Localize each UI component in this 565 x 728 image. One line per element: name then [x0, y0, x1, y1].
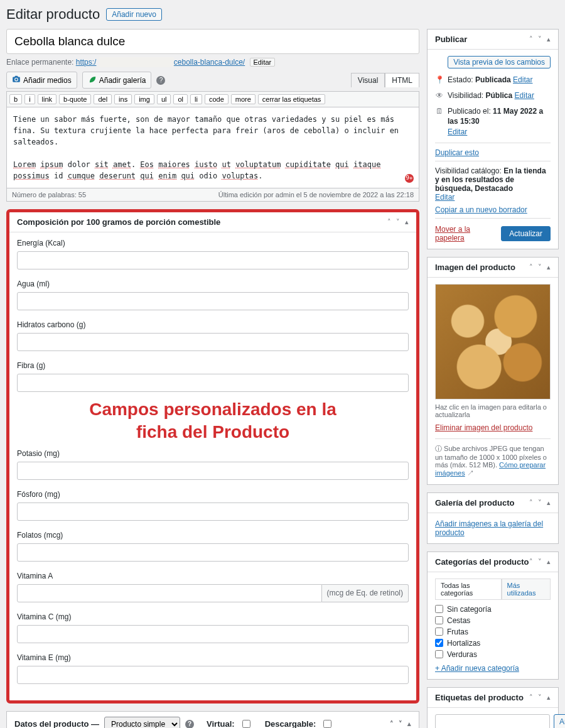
update-button[interactable]: Actualizar: [501, 226, 551, 241]
chevron-down-icon[interactable]: ˅: [538, 35, 542, 43]
product-type-select[interactable]: Producto simple: [104, 717, 180, 728]
cat-tab-all[interactable]: Todas las categorías: [435, 579, 502, 599]
chevron-down-icon[interactable]: ˅: [538, 499, 542, 507]
composition-input[interactable]: [17, 251, 409, 269]
help-icon[interactable]: ?: [156, 76, 165, 85]
quicktag-b-quote[interactable]: b-quote: [59, 94, 91, 104]
category-item[interactable]: Verduras: [435, 650, 551, 659]
cat-tab-most[interactable]: Más utilizadas: [502, 579, 551, 599]
chevron-up-icon[interactable]: ˄: [529, 263, 533, 271]
composition-input[interactable]: [17, 333, 409, 351]
add-gallery-images-link[interactable]: Añadir imágenes a la galería del product…: [435, 519, 543, 537]
edit-date-link[interactable]: Editar: [448, 128, 467, 136]
add-gallery-button[interactable]: Añadir galería: [82, 72, 152, 89]
quicktag-code[interactable]: code: [205, 94, 229, 104]
caret-up-icon[interactable]: ▴: [547, 558, 551, 566]
category-checkbox[interactable]: [435, 627, 443, 636]
composition-input[interactable]: [17, 625, 409, 643]
copy-draft-link[interactable]: Copiar a un nuevo borrador: [435, 205, 527, 214]
editor-tab-visual[interactable]: Visual: [351, 73, 385, 87]
category-checkbox[interactable]: [435, 639, 443, 647]
category-item[interactable]: Hortalizas: [435, 639, 551, 648]
permalink-slug[interactable]: cebolla-blanca-dulce/: [174, 58, 245, 67]
composition-title: Composición por 100 gramos de porción co…: [17, 217, 220, 227]
content-editor[interactable]: Tiene un sabor más fuerte, son de mayor …: [6, 107, 419, 188]
composition-input[interactable]: [17, 584, 322, 602]
quicktag-ins[interactable]: ins: [114, 94, 132, 104]
quicktag-i[interactable]: i: [24, 94, 35, 104]
composition-input[interactable]: [17, 543, 409, 562]
quicktag-li[interactable]: li: [190, 94, 202, 104]
composition-input[interactable]: [17, 462, 409, 480]
chevron-down-icon[interactable]: ˅: [399, 720, 402, 728]
pin-icon: 📍: [435, 75, 444, 85]
tag-input[interactable]: [435, 714, 550, 728]
chevron-up-icon[interactable]: ˄: [529, 499, 533, 507]
quicktag-img[interactable]: img: [134, 94, 154, 104]
chevron-up-icon[interactable]: ˄: [387, 218, 391, 226]
category-item[interactable]: Sin categoría: [435, 605, 551, 614]
permalink-row: Enlace permanente: https:/ cebolla-blanc…: [6, 58, 419, 67]
add-category-link[interactable]: + Añadir nueva categoría: [435, 664, 519, 673]
chevron-up-icon[interactable]: ˄: [529, 558, 533, 566]
virtual-checkbox[interactable]: [242, 720, 250, 728]
chevron-down-icon[interactable]: ˅: [538, 693, 542, 702]
downloadable-checkbox[interactable]: [323, 720, 331, 728]
caret-up-icon[interactable]: ▴: [547, 693, 551, 702]
chevron-up-icon[interactable]: ˄: [390, 720, 394, 728]
edit-status-link[interactable]: Editar: [513, 75, 532, 84]
field-label: Vitamina A: [17, 572, 409, 580]
editor-tab-html[interactable]: HTML: [385, 73, 419, 87]
composition-input[interactable]: [17, 503, 409, 521]
publish-box: Publicar ˄ ˅ ▴ Vista previa de los cambi…: [427, 29, 559, 249]
composition-input[interactable]: [17, 666, 409, 684]
add-new-button[interactable]: Añadir nuevo: [106, 8, 162, 21]
chevron-down-icon[interactable]: ˅: [538, 263, 542, 271]
remove-image-link[interactable]: Eliminar imagen del producto: [435, 423, 532, 432]
category-checkbox[interactable]: [435, 650, 443, 658]
permalink-edit-button[interactable]: Editar: [250, 58, 276, 67]
quicktag-del[interactable]: del: [94, 94, 112, 104]
field-label: Vitamina C (mg): [17, 612, 409, 621]
category-checkbox[interactable]: [435, 605, 443, 613]
duplicate-link[interactable]: Duplicar esto: [435, 148, 479, 157]
composition-input[interactable]: [17, 374, 409, 392]
add-tag-button[interactable]: Añadir: [554, 714, 565, 728]
info-icon: ⓘ: [435, 445, 442, 452]
product-thumbnail[interactable]: [435, 284, 551, 399]
category-item[interactable]: Frutas: [435, 627, 551, 636]
notification-badge[interactable]: 9+: [405, 174, 414, 183]
quicktag-cerrar las etiquetas[interactable]: cerrar las etiquetas: [258, 94, 326, 104]
caret-up-icon[interactable]: ▴: [547, 499, 551, 507]
composition-input[interactable]: [17, 292, 409, 310]
post-title-input[interactable]: [6, 29, 419, 54]
external-icon: ↗: [467, 469, 474, 477]
caret-up-icon[interactable]: ▴: [407, 720, 411, 728]
help-icon[interactable]: ?: [185, 720, 194, 728]
caret-up-icon[interactable]: ▴: [547, 35, 551, 43]
quicktag-more[interactable]: more: [231, 94, 256, 104]
add-media-button[interactable]: Añadir medios: [6, 72, 77, 89]
chevron-up-icon[interactable]: ˄: [529, 693, 533, 702]
calendar-icon: 🗓: [435, 106, 444, 117]
edit-catalog-link[interactable]: Editar: [435, 193, 455, 202]
field-label: Hidratos carbono (g): [17, 320, 409, 329]
overlay-annotation: Campos personalizados en laficha del Pro…: [17, 398, 409, 444]
quicktag-ol[interactable]: ol: [173, 94, 188, 104]
tags-box: Etiquetas del producto ˄ ˅ ▴ Añadir Sepa…: [427, 687, 559, 728]
category-item[interactable]: Cestas: [435, 616, 551, 625]
caret-up-icon[interactable]: ▴: [405, 218, 409, 226]
preview-button[interactable]: Vista previa de los cambios: [448, 56, 551, 68]
edit-visibility-link[interactable]: Editar: [515, 91, 534, 100]
permalink-base[interactable]: https:/: [76, 58, 97, 67]
trash-link[interactable]: Mover a la papelera: [435, 225, 501, 242]
field-label: Vitamina E (mg): [17, 653, 409, 662]
category-checkbox[interactable]: [435, 616, 443, 624]
chevron-down-icon[interactable]: ˅: [396, 218, 400, 226]
quicktag-ul[interactable]: ul: [157, 94, 171, 104]
chevron-down-icon[interactable]: ˅: [538, 558, 542, 566]
caret-up-icon[interactable]: ▴: [547, 263, 551, 271]
quicktag-link[interactable]: link: [38, 94, 57, 104]
quicktag-b[interactable]: b: [9, 94, 22, 104]
chevron-up-icon[interactable]: ˄: [529, 35, 533, 43]
